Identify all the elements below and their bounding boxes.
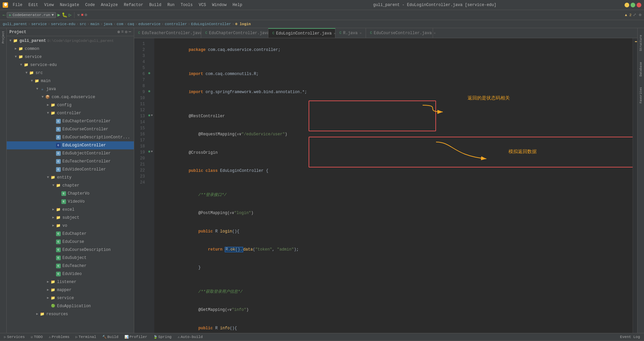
tree-service-folder[interactable]: ▶ 📁 service	[7, 294, 134, 302]
breadcrumb-root[interactable]: guli_parent	[3, 22, 27, 26]
project-settings-icon[interactable]: ⚙	[125, 29, 127, 35]
breadcrumb-main[interactable]: main	[91, 22, 99, 26]
breadcrumb-src[interactable]: src	[79, 22, 86, 26]
gutter-arrow-13[interactable]: ▼	[151, 114, 153, 117]
gutter-fold-19[interactable]: ◉	[148, 149, 150, 153]
code-generator-selector[interactable]: ▶ CodeGenerator.run ▼	[7, 12, 56, 18]
event-log-button[interactable]: Event Log	[618, 335, 643, 339]
menu-refactor[interactable]: Refactor	[121, 2, 146, 8]
project-scope-icon[interactable]: ⊕	[117, 29, 120, 35]
tree-edu-subject-controller[interactable]: ▶ C EduSubjectController	[7, 149, 134, 157]
breadcrumb-java[interactable]: java	[104, 22, 112, 26]
run-back-button[interactable]: ←	[3, 12, 5, 18]
dropdown-icon[interactable]: ▼	[52, 13, 54, 17]
breadcrumb-caq[interactable]: caq	[127, 22, 134, 26]
breadcrumb-class[interactable]: EduLoginController	[191, 22, 231, 26]
tree-edu-teacher-controller[interactable]: ▶ C EduTeacherController	[7, 157, 134, 165]
breadcrumb-com[interactable]: com	[117, 22, 123, 26]
tree-edu-course[interactable]: ▶ C EduCourse	[7, 238, 134, 246]
settings-icon[interactable]: ⚙	[639, 12, 641, 17]
tree-edu-application[interactable]: ▶ 🟢 EduApplication	[7, 302, 134, 310]
auto-build-button[interactable]: ⚠ Auto-build	[175, 335, 205, 339]
gutter-fold-13[interactable]: ◉	[148, 113, 150, 117]
tree-chapter[interactable]: ▼ 📁 chapter	[7, 182, 134, 190]
tree-src[interactable]: ▼ 📁 src	[7, 69, 134, 77]
todo-button[interactable]: ☑ TODO	[28, 335, 45, 339]
tree-edu-chapter-controller[interactable]: ▶ C EduChapterController	[7, 117, 134, 125]
breadcrumb-eduservice[interactable]: eduservice	[139, 22, 161, 26]
tree-mapper[interactable]: ▶ 📁 mapper	[7, 286, 134, 294]
menu-build[interactable]: Build	[147, 2, 164, 8]
breadcrumb-controller[interactable]: controller	[165, 22, 187, 26]
tree-video-vo[interactable]: ▶ C VideoVo	[7, 198, 134, 206]
project-close-icon[interactable]: —	[129, 29, 131, 35]
breadcrumb-service-edu[interactable]: service-edu	[51, 22, 75, 26]
tree-subject[interactable]: ▶ 📁 subject	[7, 214, 134, 222]
tree-config[interactable]: ▶ 📁 config	[7, 101, 134, 109]
menu-analyze[interactable]: Analyze	[98, 2, 120, 8]
expand-button[interactable]: ⤢	[633, 12, 636, 17]
problems-button[interactable]: ⚠ Problems	[46, 335, 72, 339]
tree-edu-course-desc-controller[interactable]: ▶ C EduCourseDescriptionContr...	[7, 133, 134, 141]
tab-close-4[interactable]: ✕	[360, 31, 362, 35]
tab-edu-login-controller[interactable]: C EduLoginController.java ✕	[268, 28, 335, 38]
maximize-button[interactable]: □	[631, 3, 635, 7]
tree-entity[interactable]: ▼ 📁 entity	[7, 174, 134, 182]
gutter-bookmark-9[interactable]: ◉	[148, 89, 150, 93]
gutter-bookmark-6[interactable]: ◉	[148, 71, 150, 75]
minimize-button[interactable]: —	[625, 3, 629, 7]
tab-r-java[interactable]: C R.java ✕	[335, 28, 366, 38]
breadcrumb-method[interactable]: ⊕ login	[235, 22, 251, 26]
services-button[interactable]: ▷ Services	[1, 335, 28, 339]
project-panel-tab[interactable]: Project	[2, 31, 5, 44]
tree-common[interactable]: ▶ 📁 common	[7, 45, 134, 53]
tree-edu-chapter[interactable]: ▶ C EduChapter	[7, 230, 134, 238]
tab-close-5[interactable]: ✕	[434, 31, 436, 35]
tab-edu-teacher-controller[interactable]: C EduTeacherController.java ✕	[134, 28, 201, 38]
tree-edu-login-controller[interactable]: ▶ C EduLoginController	[7, 141, 134, 149]
tree-service[interactable]: ▼ 📁 service	[7, 53, 134, 61]
tree-edu-video[interactable]: ▶ C EduVideo	[7, 270, 134, 278]
tree-root[interactable]: ▼ 📁 guli_parent D:\Code\SpringCode\guli_…	[7, 37, 134, 45]
tree-chapter-vo[interactable]: ▶ C ChapterVo	[7, 190, 134, 198]
run-with-coverage-button[interactable]: ▷	[69, 12, 71, 18]
gutter-arrow-19[interactable]: ▼	[151, 150, 153, 153]
run-button[interactable]: ▶	[57, 12, 60, 18]
tree-controller[interactable]: ▼ 📁 controller	[7, 109, 134, 117]
code-content[interactable]: package com.caq.eduservice.controller; i…	[154, 38, 633, 333]
tab-edu-chapter-controller[interactable]: C EduChapterController.java ✕	[201, 28, 268, 38]
code-editor[interactable]: 12345 678910 1112131415 1617181920 21222…	[134, 38, 637, 333]
debug-button[interactable]: 🐛	[62, 12, 67, 18]
menu-vcs[interactable]: VCS	[196, 2, 209, 8]
tree-excel[interactable]: ▶ 📁 excel	[7, 206, 134, 214]
settings-button[interactable]: ⚙	[85, 12, 87, 17]
tree-java[interactable]: ▼ ☕ java	[7, 85, 134, 93]
menu-window[interactable]: Window	[209, 2, 229, 8]
menu-run[interactable]: Run	[165, 2, 177, 8]
menu-edit[interactable]: Edit	[26, 2, 41, 8]
expand-arrow[interactable]: ▼	[8, 38, 13, 44]
project-panel-icons[interactable]: ⊕ ≡ ⚙ —	[117, 29, 131, 35]
tree-edu-teacher[interactable]: ▶ C EduTeacher	[7, 262, 134, 270]
menu-view[interactable]: View	[42, 2, 57, 8]
tree-package[interactable]: ▼ 📦 com.caq.eduservice	[7, 93, 134, 101]
profiler-button[interactable]: 📊 Profiler	[122, 335, 150, 339]
build-button[interactable]: 🔨 Build	[100, 335, 121, 339]
database-tab[interactable]: Database	[639, 62, 643, 76]
breadcrumb-service[interactable]: service	[31, 22, 47, 26]
tab-edu-course-controller[interactable]: C EduCourseController.java ✕	[366, 28, 433, 38]
tree-listener[interactable]: ▶ 📁 listener	[7, 278, 134, 286]
tree-vo[interactable]: ▶ 📁 vo	[7, 222, 134, 230]
window-controls[interactable]: — □ ✕	[625, 3, 641, 7]
tree-main[interactable]: ▼ 📁 main	[7, 77, 134, 85]
terminal-button[interactable]: ▷ Terminal	[73, 335, 99, 339]
favorites-tab[interactable]: Favorites	[639, 87, 643, 104]
tree-edu-video-controller[interactable]: ▶ C EduVideoController	[7, 165, 134, 174]
build-button[interactable]: ⚒	[77, 12, 79, 17]
menu-code[interactable]: Code	[83, 2, 98, 8]
menu-navigate[interactable]: Navigate	[57, 2, 82, 8]
menu-help[interactable]: Help	[230, 2, 245, 8]
menu-bar[interactable]: File Edit View Navigate Code Analyze Ref…	[10, 2, 245, 8]
stop-button[interactable]: ■	[81, 13, 83, 17]
close-button[interactable]: ✕	[637, 3, 641, 7]
